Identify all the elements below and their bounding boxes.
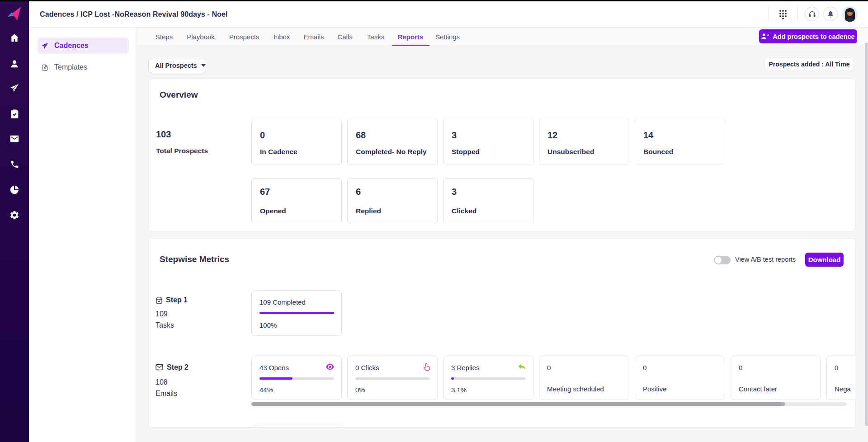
metric-replies: 3 Replies 3.1% (443, 356, 533, 400)
vscroll-thumb (865, 42, 868, 426)
tab-steps[interactable]: Steps (156, 33, 173, 41)
metric-clicks: 0 Clicks 0% (347, 356, 438, 400)
nav-contacts[interactable] (0, 59, 29, 69)
menu-templates[interactable]: Templates (38, 59, 129, 75)
stat-in-cadence: 0In Cadence (251, 119, 342, 165)
step2-icon (156, 364, 163, 372)
nav-tasks[interactable] (0, 109, 29, 119)
stat-bounced: 14Bounced (635, 119, 725, 165)
nav-analytics[interactable] (0, 185, 29, 195)
step1-completed-card: 109 Completed 100% (251, 290, 342, 336)
nav-calls[interactable] (0, 160, 29, 169)
prospects-added-filter[interactable]: Prospects added : All Time (765, 57, 854, 71)
menu-cadences[interactable]: Cadences (38, 38, 129, 54)
tab-calls[interactable]: Calls (337, 33, 352, 41)
total-count: 103 (156, 129, 171, 140)
ab-toggle[interactable] (714, 256, 731, 264)
stat-stopped: 3Stopped (443, 119, 533, 165)
metric-positive: 0 Positive (635, 356, 725, 400)
download-button[interactable]: Download (805, 253, 844, 267)
prospect-filter[interactable]: All Prospects (148, 58, 206, 73)
avatar[interactable] (842, 6, 858, 24)
stat-completed: 68Completed- No Reply (347, 119, 438, 165)
total-label: Total Prospects (156, 147, 208, 155)
step2-type: Emails (156, 390, 177, 398)
add-prospects-button[interactable]: Add prospects to cadence (759, 29, 857, 43)
stat-replied: 6Replied (347, 178, 438, 223)
ab-label: View A/B test reports (735, 256, 796, 263)
stepwise-title: Stepwise Metrics (160, 254, 229, 264)
step1-type: Tasks (156, 321, 174, 329)
nav-email[interactable] (0, 134, 29, 144)
nav-home[interactable] (0, 33, 29, 43)
stat-clicked: 3Clicked (443, 178, 533, 223)
secondary-sidebar: Cadences Templates (29, 28, 137, 442)
step2-count: 108 (156, 378, 168, 386)
stat-opened: 67Opened (251, 178, 342, 223)
header-divider-2 (797, 7, 797, 21)
nav-settings[interactable] (0, 210, 29, 220)
tab-reports[interactable]: Reports (398, 33, 424, 41)
step1-icon (156, 296, 163, 306)
breadcrumb: Cadences / ICP Lost -NoReason Revival 90… (40, 10, 228, 19)
hscroll-thumb (251, 402, 785, 406)
dialpad[interactable] (779, 9, 787, 21)
metric-meeting: 0 Meeting scheduled (539, 356, 629, 400)
tabbar: Steps Playbook Prospects Inbox Emails Ca… (137, 28, 868, 46)
logo (0, 5, 29, 24)
top-black-strip (0, 0, 868, 1)
step1-name: Step 1 (166, 296, 188, 304)
tab-emails[interactable]: Emails (303, 33, 324, 41)
stat-unsubscribed: 12Unsubscribed (539, 119, 629, 165)
cadence-report-page: Cadences / ICP Lost -NoReason Revival 90… (0, 0, 868, 442)
tab-settings[interactable]: Settings (435, 33, 460, 41)
overview-title: Overview (160, 90, 198, 100)
nav-cadences[interactable] (0, 83, 29, 93)
step2-name: Step 2 (167, 363, 189, 371)
metric-contact-later: 0 Contact later (731, 356, 821, 400)
notifications[interactable] (823, 7, 838, 21)
tab-inbox[interactable]: Inbox (274, 33, 290, 41)
primary-sidebar (0, 1, 29, 442)
tab-playbook[interactable]: Playbook (187, 33, 215, 41)
header-divider-1 (769, 7, 769, 21)
support[interactable] (805, 7, 819, 21)
tab-tasks[interactable]: Tasks (367, 33, 384, 41)
step1-count: 109 (156, 310, 168, 318)
metric-negative: 0 Nega (826, 356, 855, 400)
metric-opens: 43 Opens 44% (251, 356, 342, 400)
hscroll-track (251, 402, 847, 406)
tab-prospects[interactable]: Prospects (229, 33, 259, 41)
